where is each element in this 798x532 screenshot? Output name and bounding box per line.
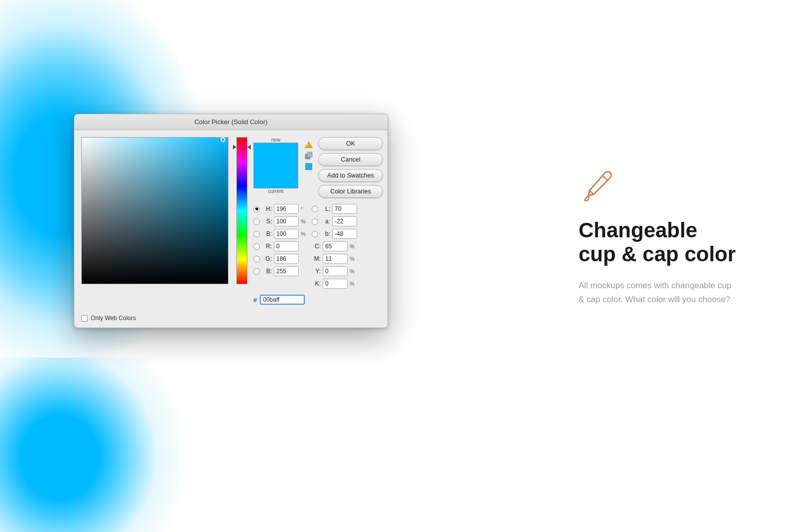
r-label: R:: [262, 243, 272, 250]
lab-b-label: b:: [320, 230, 330, 237]
b-radio[interactable]: [253, 231, 260, 237]
web-colors-section: Only Web Colors: [74, 312, 388, 328]
rgb-b-input[interactable]: [274, 266, 299, 276]
g-label: G:: [262, 255, 272, 262]
hsb-rgb-fields: H: ° S: % B:: [253, 204, 308, 289]
lab-b-input[interactable]: [332, 229, 357, 239]
color-preview-section: new current: [253, 137, 298, 194]
r-radio[interactable]: [253, 243, 260, 250]
lab-cmyk-fields: L: a: b:: [312, 204, 357, 289]
lab-b-radio[interactable]: [312, 231, 318, 237]
g-input[interactable]: [274, 254, 299, 264]
s-label: S:: [262, 218, 272, 225]
hue-arrow-right: [247, 145, 251, 150]
b-field-row: B: %: [253, 229, 308, 239]
b-label: B:: [262, 230, 272, 237]
c-field-row: C: %: [312, 241, 357, 251]
color-libraries-button[interactable]: Color Libraries: [318, 185, 383, 198]
s-field-row: S: %: [253, 216, 308, 226]
spectrum-cursor: [220, 137, 225, 142]
k-input[interactable]: [323, 279, 348, 289]
c-label: C:: [312, 243, 321, 250]
l-radio[interactable]: [312, 206, 318, 212]
c-input[interactable]: [323, 241, 348, 251]
r-field-row: R:: [253, 241, 308, 251]
a-input[interactable]: [332, 216, 357, 226]
k-label: K:: [312, 280, 321, 287]
hex-label: #: [253, 296, 257, 304]
svg-rect-1: [307, 152, 312, 157]
l-field-row: L:: [312, 204, 357, 214]
background-blob-bottom: [0, 357, 180, 532]
m-field-row: M: %: [312, 254, 357, 264]
b-input[interactable]: [274, 229, 299, 239]
paint-brush-icon: [579, 170, 613, 204]
dialog-titlebar: Color Picker (Solid Color): [74, 114, 388, 130]
web-colors-checkbox[interactable]: [81, 315, 88, 322]
heading-text: Changeable cup & cap color: [579, 218, 738, 267]
h-field-row: H: °: [253, 204, 308, 214]
fields-section: H: ° S: % B:: [253, 204, 383, 289]
g-field-row: G:: [253, 254, 308, 264]
a-radio[interactable]: [312, 218, 318, 225]
y-label: Y:: [312, 268, 321, 275]
k-field-row: K: %: [312, 279, 357, 289]
b-unit: %: [301, 231, 308, 237]
color-picker-dialog: Color Picker (Solid Color): [74, 114, 388, 328]
color-spectrum[interactable]: [81, 137, 228, 284]
rgb-b-field-row: B:: [253, 266, 308, 276]
s-unit: %: [301, 218, 308, 224]
s-input[interactable]: [274, 216, 299, 226]
k-unit: %: [350, 281, 357, 287]
l-label: L:: [320, 205, 330, 212]
new-label: new: [253, 137, 298, 143]
web-cube-icon: [304, 151, 313, 160]
y-unit: %: [350, 268, 357, 274]
dialog-title: Color Picker (Solid Color): [195, 118, 268, 126]
sub-text: All mockups comes with changeable cup & …: [579, 279, 738, 308]
spectrum-gradient: [82, 138, 228, 284]
right-content-panel: Changeable cup & cap color All mockups c…: [579, 170, 738, 307]
hue-slider-wrapper: [236, 137, 247, 305]
web-colors-label: Only Web Colors: [91, 315, 136, 322]
hue-arrow-left: [233, 145, 236, 150]
ok-button[interactable]: OK: [318, 137, 383, 150]
r-input[interactable]: [274, 241, 299, 251]
hex-row: #: [253, 295, 383, 305]
rgb-b-radio[interactable]: [253, 268, 260, 275]
h-input[interactable]: [274, 204, 299, 214]
y-field-row: Y: %: [312, 266, 357, 276]
rgb-b-label: B:: [262, 268, 272, 275]
y-input[interactable]: [323, 266, 348, 276]
warning-triangle-icon: [304, 140, 313, 149]
a-field-row: a:: [312, 216, 357, 226]
color-picker-right-panel: new current: [253, 137, 383, 305]
color-preview-new: [253, 143, 298, 166]
current-label: current: [253, 188, 298, 194]
lab-b-field-row: b:: [312, 229, 357, 239]
warning-icons: [304, 140, 313, 171]
m-unit: %: [350, 256, 357, 262]
h-unit: °: [301, 206, 308, 212]
buttons-section: OK Cancel Add to Swatches Color Librarie…: [318, 137, 383, 198]
color-preview-current: [253, 166, 298, 188]
g-radio[interactable]: [253, 256, 260, 262]
hex-input[interactable]: [260, 295, 305, 305]
hue-slider[interactable]: [236, 137, 247, 284]
m-input[interactable]: [323, 254, 348, 264]
m-label: M:: [312, 255, 321, 262]
add-to-swatches-button[interactable]: Add to Swatches: [318, 169, 383, 182]
color-swatch-small-icon: [304, 162, 313, 171]
h-label: H:: [262, 205, 272, 212]
l-input[interactable]: [332, 204, 357, 214]
s-radio[interactable]: [253, 218, 260, 225]
a-label: a:: [320, 218, 330, 225]
cancel-button[interactable]: Cancel: [318, 153, 383, 166]
h-radio[interactable]: [253, 206, 260, 212]
c-unit: %: [350, 243, 357, 249]
